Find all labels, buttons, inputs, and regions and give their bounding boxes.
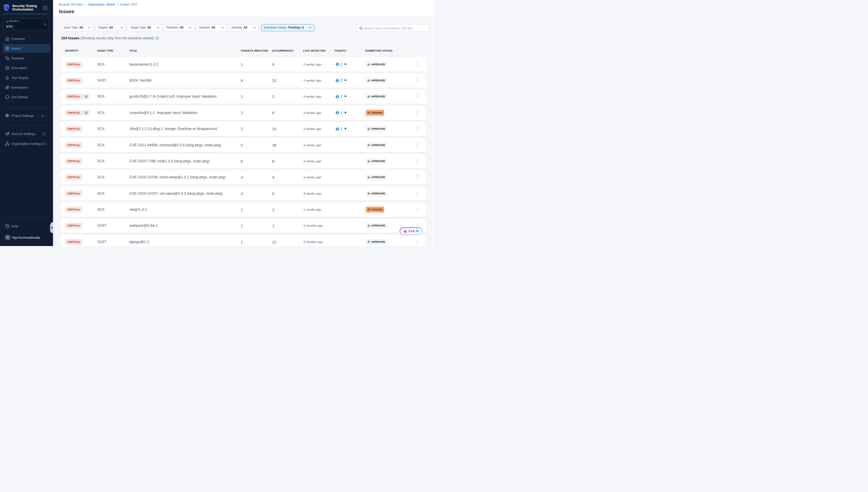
svg-text:?: ? [6,224,7,226]
